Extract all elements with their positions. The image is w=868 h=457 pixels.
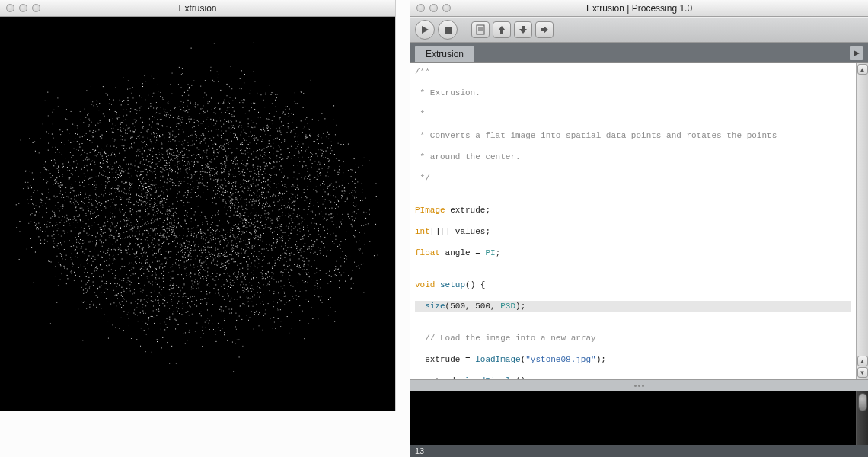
zoom-icon[interactable] — [32, 4, 40, 12]
svg-rect-2640 — [89, 288, 90, 289]
svg-rect-3410 — [136, 211, 137, 212]
svg-rect-4377 — [233, 187, 234, 187]
svg-rect-2244 — [172, 278, 173, 279]
svg-rect-966 — [239, 195, 240, 196]
svg-rect-3860 — [222, 228, 223, 228]
svg-rect-1782 — [142, 141, 142, 142]
svg-rect-1440 — [119, 175, 120, 176]
svg-rect-3829 — [93, 256, 94, 257]
svg-rect-342 — [31, 197, 32, 197]
svg-rect-1940 — [128, 278, 129, 279]
svg-rect-2607 — [171, 276, 171, 276]
code-line[interactable]: // Load the image into a new array — [415, 333, 851, 344]
stop-button[interactable] — [438, 20, 458, 40]
svg-rect-1000 — [246, 261, 247, 262]
svg-rect-2944 — [224, 192, 225, 193]
svg-rect-2991 — [129, 177, 130, 177]
svg-rect-348 — [191, 85, 192, 86]
svg-rect-4030 — [97, 289, 97, 290]
svg-rect-4219 — [19, 259, 20, 260]
svg-rect-778 — [72, 168, 73, 169]
svg-rect-2078 — [344, 190, 345, 191]
code-line[interactable]: float angle = PI; — [415, 248, 851, 258]
svg-rect-464 — [149, 124, 150, 125]
svg-rect-3132 — [158, 124, 159, 125]
scroll-thumb-icon[interactable] — [858, 393, 867, 411]
svg-rect-4162 — [235, 276, 236, 277]
svg-rect-4657 — [101, 153, 101, 154]
svg-rect-1019 — [196, 171, 197, 172]
svg-rect-3807 — [147, 194, 148, 195]
svg-rect-2792 — [134, 126, 135, 126]
svg-rect-1717 — [241, 264, 241, 264]
code-line[interactable]: extrude = loadImage("ystone08.jpg"); — [415, 354, 851, 365]
svg-rect-3768 — [248, 297, 249, 298]
svg-rect-1611 — [239, 228, 240, 229]
svg-rect-1224 — [155, 234, 155, 235]
close-icon[interactable] — [416, 4, 425, 12]
console-scrollbar[interactable] — [856, 391, 868, 445]
svg-rect-2367 — [277, 308, 278, 308]
minimize-icon[interactable] — [19, 4, 27, 12]
svg-rect-1840 — [127, 237, 128, 238]
svg-rect-668 — [309, 248, 310, 249]
scroll-down-icon[interactable]: ▼ — [857, 367, 868, 378]
code-editor[interactable]: /** * Extrusion. * * Converts a flat ima… — [410, 63, 856, 379]
minimize-icon[interactable] — [429, 4, 438, 12]
sketch-titlebar[interactable]: Extrusion — [0, 0, 395, 17]
svg-rect-2448 — [295, 136, 295, 137]
run-button[interactable] — [415, 20, 435, 40]
svg-rect-2947 — [94, 270, 95, 271]
code-line[interactable]: * Converts a flat image into spatial dat… — [415, 130, 851, 141]
svg-rect-2301 — [151, 171, 152, 171]
svg-rect-932 — [88, 226, 88, 227]
svg-rect-2167 — [171, 169, 172, 170]
code-line[interactable]: size(500, 500, P3D); — [415, 301, 851, 312]
svg-rect-2819 — [291, 230, 292, 231]
open-button[interactable] — [493, 21, 511, 38]
export-button[interactable] — [535, 21, 554, 38]
tab-menu-button[interactable] — [850, 46, 863, 60]
close-icon[interactable] — [6, 4, 14, 12]
code-line[interactable]: */ — [415, 173, 851, 184]
scroll-up-icon[interactable]: ▲ — [857, 64, 868, 75]
svg-rect-4351 — [75, 237, 76, 238]
svg-rect-98 — [239, 122, 240, 123]
svg-rect-4787 — [48, 143, 49, 144]
tab-extrusion[interactable]: Extrusion — [415, 46, 474, 62]
save-button[interactable] — [514, 21, 532, 38]
console-output[interactable] — [410, 391, 856, 445]
scroll-up-icon[interactable]: ▲ — [857, 356, 868, 366]
message-strip[interactable] — [410, 379, 868, 391]
code-line[interactable]: * Extrusion. — [415, 88, 851, 98]
editor-scrollbar[interactable]: ▲ ▲ ▼ — [856, 63, 868, 379]
svg-rect-1894 — [88, 195, 88, 196]
ide-titlebar[interactable]: Extrusion | Processing 1.0 — [410, 0, 868, 17]
new-button[interactable] — [471, 21, 490, 38]
svg-rect-273 — [209, 258, 209, 259]
code-line[interactable]: int[][] values; — [415, 226, 851, 237]
svg-rect-3421 — [141, 107, 142, 107]
code-line[interactable]: * — [415, 109, 851, 120]
svg-rect-3299 — [254, 265, 254, 266]
code-line[interactable]: extrude.loadPixels(); — [415, 376, 851, 379]
resize-grip-icon[interactable] — [624, 382, 655, 388]
code-line[interactable]: void setup() { — [415, 280, 851, 290]
svg-rect-4654 — [152, 163, 152, 164]
zoom-icon[interactable] — [442, 4, 451, 12]
svg-rect-2466 — [172, 185, 173, 186]
svg-rect-5120 — [352, 181, 353, 182]
svg-rect-2625 — [156, 211, 157, 212]
svg-rect-1458 — [292, 123, 293, 123]
code-line[interactable]: * around the center. — [415, 152, 851, 162]
code-line[interactable]: /** — [415, 66, 851, 77]
svg-rect-545 — [139, 155, 139, 156]
svg-rect-2892 — [83, 293, 84, 294]
code-line[interactable]: PImage extrude; — [415, 205, 851, 216]
svg-rect-2930 — [258, 205, 259, 206]
svg-rect-4637 — [264, 168, 265, 169]
svg-rect-4572 — [221, 126, 222, 127]
svg-rect-1110 — [238, 339, 239, 340]
svg-rect-2575 — [222, 328, 222, 329]
svg-rect-2757 — [136, 120, 137, 121]
